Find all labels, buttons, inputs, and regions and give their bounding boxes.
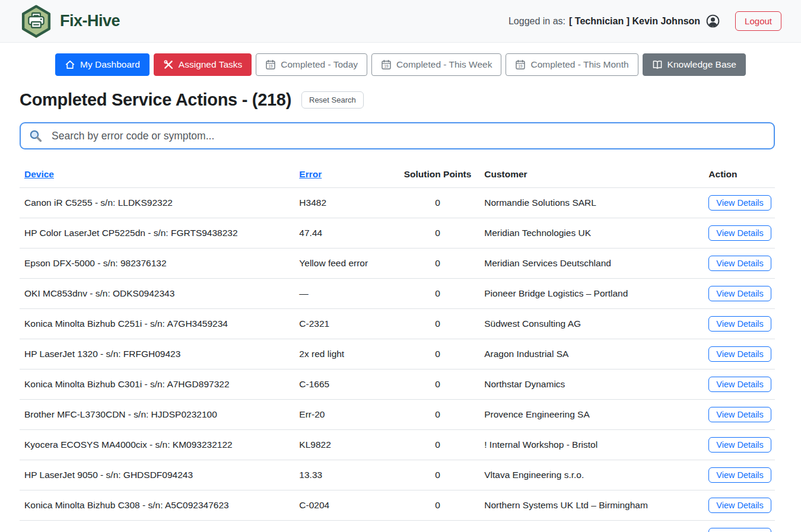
view-details-button[interactable]: View Details bbox=[708, 407, 771, 422]
nav-tab-completed-this-month[interactable]: 19Completed - This Month bbox=[506, 53, 638, 76]
table-header-row: DeviceErrorSolution PointsCustomerAction bbox=[20, 164, 775, 188]
svg-text:19: 19 bbox=[384, 64, 389, 68]
calendar-icon: 19 bbox=[381, 59, 392, 70]
table-row: Brother MFC-L3730CDN - s/n: HJDSP0232100… bbox=[20, 400, 775, 430]
solution-points-cell: 0 bbox=[396, 369, 479, 400]
device-cell: Sharp MX-B427 - s/n: LKJ98JDSS987 bbox=[20, 521, 294, 532]
device-cell: Konica Minolta Bizhub C251i - s/n: A7GH3… bbox=[20, 309, 294, 339]
action-cell: View Details bbox=[704, 309, 775, 339]
column-header-device: Device bbox=[20, 164, 294, 188]
customer-cell: ! Internal Workshop - Bristol bbox=[479, 430, 704, 460]
error-cell: 2x red light bbox=[294, 339, 396, 369]
tools-icon bbox=[163, 59, 174, 70]
action-cell: View Details bbox=[704, 521, 775, 532]
customer-cell: Normandie Solutions SARL bbox=[479, 188, 704, 218]
action-cell: View Details bbox=[704, 218, 775, 249]
device-cell: HP Color LaserJet CP5225dn - s/n: FGRTS9… bbox=[20, 218, 294, 249]
device-cell: OKI MC853dnv - s/n: ODKS0942343 bbox=[20, 279, 294, 309]
action-cell: View Details bbox=[704, 400, 775, 430]
customer-cell: Pioneer Bridge Logistics – Portland bbox=[479, 279, 704, 309]
column-header-solution-points: Solution Points bbox=[396, 164, 479, 188]
nav-tab-label: Completed - This Month bbox=[530, 59, 628, 71]
solution-points-cell: 0 bbox=[396, 400, 479, 430]
solution-points-cell: 0 bbox=[396, 279, 479, 309]
table-row: Konica Minolta Bizhub C308 - s/n: A5C092… bbox=[20, 490, 775, 521]
device-cell: Canon iR C5255 - s/n: LLDKS92322 bbox=[20, 188, 294, 218]
table-row: HP LaserJet 1320 - s/n: FRFGH094232x red… bbox=[20, 339, 775, 369]
nav-tab-assigned-tasks[interactable]: Assigned Tasks bbox=[154, 53, 252, 76]
search-bar bbox=[20, 122, 775, 149]
table-row: Sharp MX-B427 - s/n: LKJ98JDSS987E1-0130… bbox=[20, 521, 775, 532]
view-details-button[interactable]: View Details bbox=[708, 467, 771, 483]
sort-link-error[interactable]: Error bbox=[299, 169, 322, 179]
action-cell: View Details bbox=[704, 460, 775, 490]
error-cell: 13.33 bbox=[294, 460, 396, 490]
logged-in-text: Logged in as: [ Technician ] Kevin Johns… bbox=[508, 14, 720, 28]
user-name: [ Technician ] Kevin Johnson bbox=[569, 16, 700, 27]
solution-points-cell: 0 bbox=[396, 460, 479, 490]
action-cell: View Details bbox=[704, 490, 775, 521]
column-header-error: Error bbox=[294, 164, 396, 188]
column-header-action: Action bbox=[704, 164, 775, 188]
view-details-button[interactable]: View Details bbox=[708, 286, 771, 301]
solution-points-cell: 0 bbox=[396, 188, 479, 218]
action-cell: View Details bbox=[704, 369, 775, 400]
view-details-button[interactable]: View Details bbox=[708, 528, 771, 532]
error-cell: E1-013 bbox=[294, 521, 396, 532]
svg-text:19: 19 bbox=[519, 64, 523, 68]
error-cell: C-2321 bbox=[294, 309, 396, 339]
table-row: Canon iR C5255 - s/n: LLDKS92322H34820No… bbox=[20, 188, 775, 218]
nav-tab-completed-today[interactable]: 19Completed - Today bbox=[256, 53, 367, 76]
main-content: Completed Service Actions - (218) Reset … bbox=[20, 90, 775, 532]
device-cell: Epson DFX-5000 - s/n: 982376132 bbox=[20, 249, 294, 279]
view-details-button[interactable]: View Details bbox=[708, 437, 771, 453]
sort-link-device[interactable]: Device bbox=[24, 169, 54, 179]
nav-tab-label: Completed - This Week bbox=[396, 59, 492, 71]
solution-points-cell: 0 bbox=[396, 490, 479, 521]
view-details-button[interactable]: View Details bbox=[708, 498, 771, 513]
customer-cell: Meridian Services Deutschland bbox=[479, 249, 704, 279]
customer-cell: Nippon Automation KK bbox=[479, 521, 704, 532]
error-cell: H3482 bbox=[294, 188, 396, 218]
nav-tab-completed-this-week[interactable]: 19Completed - This Week bbox=[371, 53, 501, 76]
person-icon bbox=[706, 14, 720, 28]
device-cell: HP LaserJet 1320 - s/n: FRFGH09423 bbox=[20, 339, 294, 369]
error-cell: Err-20 bbox=[294, 400, 396, 430]
brand: Fix-Hive bbox=[20, 4, 120, 39]
table-row: Kyocera ECOSYS MA4000cix - s/n: KM093232… bbox=[20, 430, 775, 460]
action-cell: View Details bbox=[704, 249, 775, 279]
nav-tab-knowledge-base[interactable]: Knowledge Base bbox=[643, 53, 746, 76]
reset-search-button[interactable]: Reset Search bbox=[301, 91, 364, 109]
page-title: Completed Service Actions - (218) bbox=[20, 90, 291, 110]
title-row: Completed Service Actions - (218) Reset … bbox=[20, 90, 775, 110]
solution-points-cell: 0 bbox=[396, 521, 479, 532]
view-details-button[interactable]: View Details bbox=[708, 195, 771, 211]
error-cell: KL9822 bbox=[294, 430, 396, 460]
table-row: HP LaserJet 9050 - s/n: GHDSDF09424313.3… bbox=[20, 460, 775, 490]
customer-cell: Provence Engineering SA bbox=[479, 400, 704, 430]
device-cell: Kyocera ECOSYS MA4000cix - s/n: KM093232… bbox=[20, 430, 294, 460]
table-row: HP Color LaserJet CP5225dn - s/n: FGRTS9… bbox=[20, 218, 775, 249]
customer-cell: Aragon Industrial SA bbox=[479, 339, 704, 369]
view-details-button[interactable]: View Details bbox=[708, 346, 771, 362]
fix-hive-logo-icon bbox=[20, 4, 53, 39]
view-details-button[interactable]: View Details bbox=[708, 256, 771, 271]
view-details-button[interactable]: View Details bbox=[708, 316, 771, 332]
solution-points-cell: 0 bbox=[396, 309, 479, 339]
customer-cell: Northern Systems UK Ltd – Birmingham bbox=[479, 490, 704, 521]
calendar-icon: 19 bbox=[265, 59, 276, 70]
customer-cell: Vltava Engineering s.r.o. bbox=[479, 460, 704, 490]
solution-points-cell: 0 bbox=[396, 430, 479, 460]
table-row: Epson DFX-5000 - s/n: 982376132Yellow fe… bbox=[20, 249, 775, 279]
error-cell: C-0204 bbox=[294, 490, 396, 521]
view-details-button[interactable]: View Details bbox=[708, 225, 771, 241]
view-details-button[interactable]: View Details bbox=[708, 377, 771, 392]
nav-tabs: My DashboardAssigned Tasks19Completed - … bbox=[0, 53, 801, 76]
user-area: Logged in as: [ Technician ] Kevin Johns… bbox=[508, 11, 781, 31]
nav-tab-label: Completed - Today bbox=[281, 59, 358, 71]
nav-tab-my-dashboard[interactable]: My Dashboard bbox=[55, 53, 150, 76]
logout-button[interactable]: Logout bbox=[735, 11, 781, 31]
error-cell: C-1665 bbox=[294, 369, 396, 400]
brand-name: Fix-Hive bbox=[60, 12, 120, 30]
search-input[interactable] bbox=[20, 122, 775, 149]
